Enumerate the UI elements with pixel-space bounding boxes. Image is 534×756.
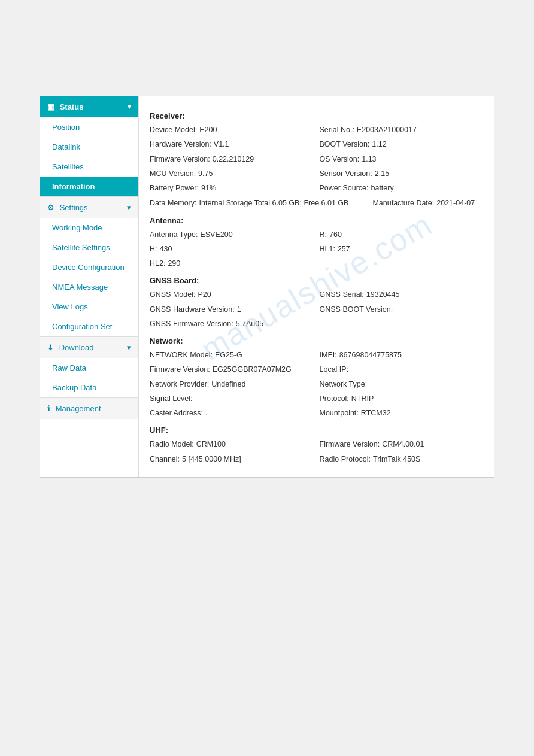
download-icon: ⬇ [47,343,54,352]
mountpoint-value: RTCM32 [361,407,391,420]
mcu-version-value: 9.75 [198,168,213,180]
r-label: R: [320,229,327,241]
h-label: H: [150,243,157,256]
gnss-hardware-value: 1 [237,303,241,316]
antenna-title: Antenna: [150,216,483,225]
sidebar-management-header[interactable]: ℹ Management [40,397,138,419]
os-version-label: OS Version: [320,153,360,166]
gnss-hardware-label: GNSS Hardware Version: [150,303,235,316]
protocol-label: Protocol: [320,393,349,405]
hl1-value: 257 [338,243,350,256]
content-area: manualshive.com Receiver: Device Model: … [139,96,494,477]
imei-label: IMEI: [320,349,337,362]
battery-power-label: Battery Power: [150,182,199,195]
gnss-boot-label: GNSS BOOT Version: [320,303,393,316]
gnss-firmware-label: GNSS Firmware Version: [150,318,233,330]
data-memory-value: Internal Storage Total 6.05 GB; Free 6.0… [199,197,349,210]
network-model-value: EG25-G [215,349,242,362]
sidebar-item-working-mode[interactable]: Working Mode [40,218,138,238]
channel-value: 5 [445.0000 MHz] [182,453,241,466]
sidebar-item-nmea-message[interactable]: NMEA Message [40,277,138,297]
sensor-version-label: Sensor Version: [320,168,372,180]
network-title: Network: [150,336,483,345]
gnss-model-value: P20 [198,289,211,301]
settings-chevron-icon: ▾ [127,203,131,212]
sidebar-management-label: Management [56,404,101,413]
boot-version-value: 1.12 [372,138,386,151]
network-provider-value: Undefined [211,378,245,391]
grid-icon: ▦ [47,102,54,111]
channel-label: Channel: [150,453,180,466]
imei-value: 867698044775875 [339,349,402,362]
uhf-title: UHF: [150,426,483,435]
antenna-type-label: Antenna Type: [150,229,198,241]
sensor-version-value: 2.15 [375,168,389,180]
serial-no-label: Serial No.: [320,124,354,136]
sidebar-item-satellites[interactable]: Satellites [40,157,138,177]
sidebar-item-position[interactable]: Position [40,117,138,137]
sidebar-item-datalink[interactable]: Datalink [40,137,138,157]
data-memory-label: Data Memory: [150,197,197,210]
manufacture-date-value: 2021-04-07 [436,197,475,210]
antenna-type-value: ESVE200 [200,229,232,241]
gnss-model-label: GNSS Model: [150,289,195,301]
caster-address-value: . [205,407,207,420]
network-provider-label: Network Provider: [150,378,209,391]
h-value: 430 [160,243,172,256]
sidebar-status-label: Status [60,102,84,111]
power-source-label: Power Source: [320,182,369,195]
sidebar-settings-header[interactable]: ⚙ Settings ▾ [40,196,138,218]
protocol-value: NTRIP [351,393,374,405]
manufacture-date-label: Manufacture Date: [372,197,434,210]
sidebar-status-header[interactable]: ▦ Status ▾ [40,96,138,117]
firmware-version-label: Firmware Version: [150,153,210,166]
gnss-title: GNSS Board: [150,276,483,285]
hardware-version-label: Hardware Version: [150,138,211,151]
power-source-value: battery [371,182,393,195]
sidebar-download-label: Download [59,343,94,352]
hl1-label: HL1: [320,243,335,256]
sidebar-download-header[interactable]: ⬇ Download ▾ [40,336,138,358]
download-chevron-icon: ▾ [127,343,131,352]
sidebar-item-backup-data[interactable]: Backup Data [40,378,138,397]
sidebar-settings-label: Settings [60,203,88,212]
sidebar-item-raw-data[interactable]: Raw Data [40,358,138,378]
firmware-version-value: 0.22.210129 [213,153,254,166]
local-ip-label: Local IP: [320,363,349,376]
caster-address-label: Caster Address: [150,407,203,420]
uhf-firmware-label: Firmware Version: [320,438,380,451]
radio-protocol-label: Radio Protocol: [320,453,371,466]
gnss-serial-label: GNSS Serial: [320,289,364,301]
sidebar-item-information[interactable]: Information [40,177,138,196]
r-value: 760 [329,229,342,241]
sidebar-item-view-logs[interactable]: View Logs [40,297,138,317]
signal-level-label: Signal Level: [150,393,193,405]
mcu-version-label: MCU Version: [150,168,196,180]
device-model-value: E200 [199,124,217,136]
receiver-title: Receiver: [150,111,483,120]
network-type-label: Network Type: [320,378,368,391]
sidebar-item-satellite-settings[interactable]: Satellite Settings [40,238,138,257]
sidebar: ▦ Status ▾ Position Datalink Satellites … [40,96,139,477]
hl2-label: HL2: [150,257,165,270]
management-icon: ℹ [47,404,50,413]
mountpoint-label: Mountpoint: [320,407,359,420]
gnss-firmware-value: 5.7Au05 [236,318,264,330]
sidebar-item-device-configuration[interactable]: Device Configuration [40,257,138,277]
network-firmware-value: EG25GGBR07A07M2G [213,363,292,376]
hardware-version-value: V1.1 [214,138,229,151]
gear-icon: ⚙ [47,203,54,212]
boot-version-label: BOOT Version: [320,138,370,151]
status-chevron-icon: ▾ [128,103,131,111]
sidebar-item-configuration-set[interactable]: Configuration Set [40,317,138,336]
radio-protocol-value: TrimTalk 450S [373,453,420,466]
gnss-serial-value: 19320445 [366,289,400,301]
battery-power-value: 91% [201,182,216,195]
network-firmware-label: Firmware Version: [150,363,210,376]
radio-model-value: CRM100 [196,438,226,451]
radio-model-label: Radio Model: [150,438,194,451]
network-model-label: NETWORK Model: [150,349,213,362]
hl2-value: 290 [168,257,180,270]
os-version-value: 1.13 [362,153,376,166]
serial-no-value: E2003A21000017 [357,124,417,136]
